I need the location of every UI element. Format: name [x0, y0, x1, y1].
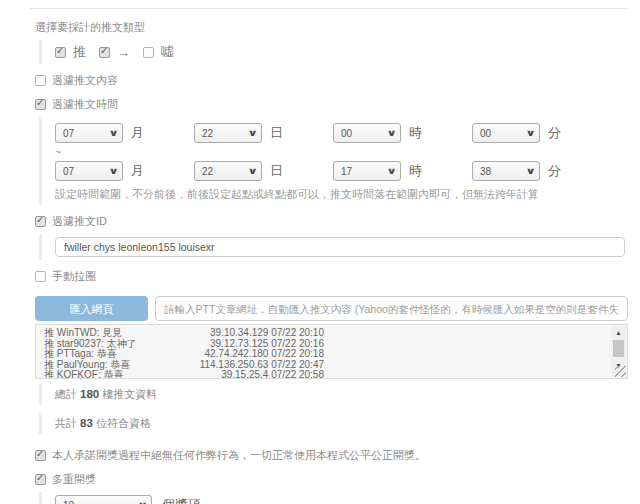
- chevron-down-icon: ∨: [108, 128, 118, 138]
- lottery-form-page: 選擇要採計的推文類型 ✓ 推 ✓ → 噓 過濾推文內容 ✓ 過濾推文時間 07∨…: [0, 0, 640, 504]
- day-unit-label: 日: [270, 162, 283, 180]
- push-row: 推 PTTaga: 恭喜42.74.242.180 07/22 20:18: [44, 349, 605, 360]
- push-row: 推 KOFKOF: 恭喜39.15.25.4 07/22 20:58: [44, 370, 605, 379]
- push-type-label-boo: 噓: [161, 43, 174, 61]
- start-minute-select[interactable]: 00∨: [472, 123, 540, 143]
- time-filter-checkbox[interactable]: ✓: [35, 99, 46, 110]
- manual-label: 手動拉圈: [52, 269, 96, 284]
- import-url-button[interactable]: 匯入網頁: [35, 296, 148, 321]
- start-day-select[interactable]: 22∨: [194, 123, 262, 143]
- fairness-confirm-row: ✓ 本人承諾開獎過程中絕無任何作弊行為，一切正常使用本程式公平公正開獎。: [35, 448, 628, 463]
- end-month-select[interactable]: 07∨: [55, 161, 123, 181]
- manual-checkbox[interactable]: [35, 271, 46, 282]
- push-type-label: 選擇要採計的推文類型: [35, 20, 628, 35]
- end-month-value: 07: [63, 166, 74, 177]
- id-filter-group: fwiller chys leonleon155 louisexr: [39, 234, 628, 260]
- push-row: 推 star90237: 太神了39.12.73.125 07/22 20:16: [44, 339, 605, 350]
- manual-row: 手動拉圈: [35, 269, 628, 284]
- minute-unit-label: 分: [548, 124, 561, 142]
- check-icon: ✓: [36, 448, 44, 459]
- id-filter-input[interactable]: fwiller chys leonleon155 louisexr: [55, 237, 625, 257]
- scroll-up-icon[interactable]: ▲: [611, 326, 626, 339]
- start-hour-value: 00: [341, 128, 352, 139]
- total-stat-group: 總計 180 樓推文資料: [39, 384, 628, 405]
- push-type-checkbox-push[interactable]: ✓: [55, 47, 66, 58]
- check-icon: ✓: [36, 214, 44, 225]
- prize-unit-label: 個獎項: [162, 496, 201, 504]
- push-type-checkbox-boo[interactable]: [143, 47, 154, 58]
- range-separator: ~: [55, 146, 628, 158]
- id-filter-label: 過濾推文ID: [52, 214, 107, 229]
- multi-draw-checkbox[interactable]: ✓: [35, 474, 46, 485]
- chevron-down-icon: ∨: [525, 166, 535, 176]
- chevron-down-icon: ∨: [525, 128, 535, 138]
- end-minute-value: 38: [480, 166, 491, 177]
- month-unit-label: 月: [131, 162, 144, 180]
- hour-unit-label: 時: [409, 124, 422, 142]
- id-filter-checkbox[interactable]: ✓: [35, 216, 46, 227]
- push-row: 推 WinTWD: 見見39.10.34.129 07/22 20:10: [44, 328, 605, 339]
- push-row: 推 PaulYoung: 恭喜114.136.250.63 07/22 20:4…: [44, 360, 605, 371]
- fairness-confirm-label: 本人承諾開獎過程中絕無任何作弊行為，一切正常使用本程式公平公正開獎。: [52, 448, 426, 463]
- push-type-label-arrow: →: [117, 45, 130, 60]
- minute-unit-label: 分: [548, 162, 561, 180]
- time-filter-row: ✓ 過濾推文時間: [35, 97, 628, 112]
- total-count: 180: [80, 388, 99, 400]
- hour-unit-label: 時: [409, 162, 422, 180]
- import-row: 匯入網頁: [35, 296, 628, 321]
- check-icon: ✓: [100, 45, 108, 56]
- start-month-value: 07: [63, 128, 74, 139]
- scrollbar-thumb[interactable]: [613, 340, 624, 357]
- prize-count-select[interactable]: 10∨: [55, 495, 152, 504]
- month-unit-label: 月: [131, 124, 144, 142]
- push-type-label-push: 推: [73, 43, 86, 61]
- end-hour-value: 17: [341, 166, 352, 177]
- qualified-stat: 共計 83 位符合資格: [55, 416, 628, 431]
- prize-count-value: 10: [63, 500, 74, 504]
- end-day-value: 22: [202, 166, 213, 177]
- chevron-down-icon: ∨: [386, 166, 396, 176]
- start-month-select[interactable]: 07∨: [55, 123, 123, 143]
- resize-grip-icon[interactable]: [615, 366, 626, 377]
- end-minute-select[interactable]: 38∨: [472, 161, 540, 181]
- time-range-hint: 設定時間範圍，不分前後，前後設定起點或終點都可以，推文時間落在範圍內即可，但無法…: [55, 187, 628, 202]
- divider: [30, 8, 628, 9]
- start-hour-select[interactable]: 00∨: [333, 123, 401, 143]
- id-filter-row: ✓ 過濾推文ID: [35, 214, 628, 229]
- chevron-down-icon: ∨: [137, 500, 147, 504]
- multi-draw-label: 多重開獎: [52, 472, 96, 487]
- check-icon: ✓: [36, 472, 44, 483]
- start-minute-value: 00: [480, 128, 491, 139]
- start-day-value: 22: [202, 128, 213, 139]
- content-filter-row: 過濾推文內容: [35, 73, 628, 88]
- chevron-down-icon: ∨: [247, 166, 257, 176]
- content-filter-label: 過濾推文內容: [52, 73, 118, 88]
- chevron-down-icon: ∨: [247, 128, 257, 138]
- total-stat: 總計 180 樓推文資料: [55, 387, 628, 402]
- push-content-textarea[interactable]: 推 WinTWD: 見見39.10.34.129 07/22 20:10 推 s…: [35, 324, 628, 379]
- prize-count-group: 10∨ 個獎項 此選項可一次開出多位得獎者: [39, 492, 628, 504]
- check-icon: ✓: [36, 97, 44, 108]
- push-type-group: ✓ 推 ✓ → 噓: [39, 40, 628, 64]
- end-hour-select[interactable]: 17∨: [333, 161, 401, 181]
- end-day-select[interactable]: 22∨: [194, 161, 262, 181]
- qualified-count: 83: [80, 417, 93, 429]
- chevron-down-icon: ∨: [108, 166, 118, 176]
- qualified-stat-group: 共計 83 位符合資格: [39, 413, 628, 434]
- push-type-checkbox-arrow[interactable]: ✓: [99, 47, 110, 58]
- content-filter-checkbox[interactable]: [35, 75, 46, 86]
- article-url-input[interactable]: [155, 296, 628, 321]
- chevron-down-icon: ∨: [386, 128, 396, 138]
- time-filter-label: 過濾推文時間: [52, 97, 118, 112]
- multi-draw-row: ✓ 多重開獎: [35, 472, 628, 487]
- time-range-group: 07∨ 月 22∨ 日 00∨ 時 00∨ 分 ~ 07∨ 月 22∨ 日 17…: [39, 117, 628, 205]
- fairness-confirm-checkbox[interactable]: ✓: [35, 450, 46, 461]
- check-icon: ✓: [56, 45, 64, 56]
- day-unit-label: 日: [270, 124, 283, 142]
